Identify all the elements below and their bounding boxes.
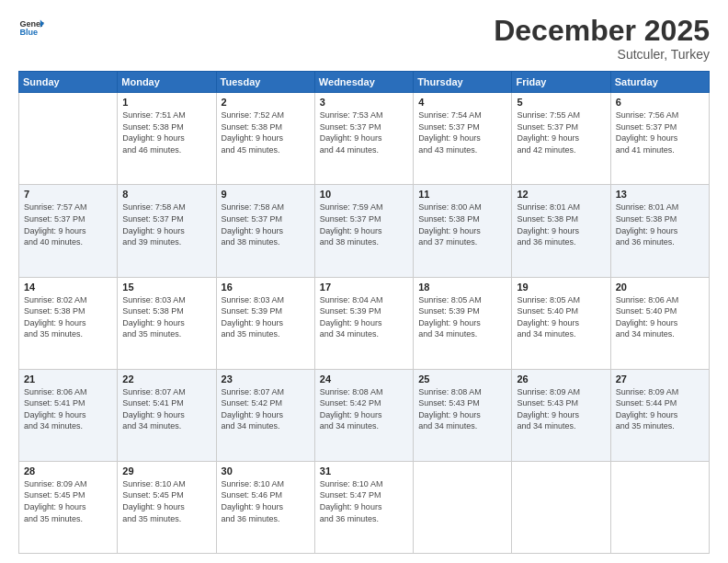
weekday-header-sunday: Sunday <box>19 72 118 93</box>
day-number: 3 <box>320 97 408 108</box>
day-cell: 18Sunrise: 8:05 AMSunset: 5:39 PMDayligh… <box>414 277 512 369</box>
day-info: Sunrise: 8:10 AMSunset: 5:46 PMDaylight:… <box>222 478 310 524</box>
header: General Blue December 2025 Sutculer, Tur… <box>18 15 710 62</box>
day-cell: 4Sunrise: 7:54 AMSunset: 5:37 PMDaylight… <box>414 93 512 185</box>
day-info: Sunrise: 8:08 AMSunset: 5:42 PMDaylight:… <box>320 386 408 432</box>
day-cell <box>19 93 118 185</box>
day-info: Sunrise: 7:58 AMSunset: 5:37 PMDaylight:… <box>222 201 310 247</box>
day-cell: 2Sunrise: 7:52 AMSunset: 5:38 PMDaylight… <box>216 93 314 185</box>
day-number: 7 <box>24 189 112 200</box>
day-number: 30 <box>222 465 310 477</box>
weekday-header-thursday: Thursday <box>414 72 512 93</box>
day-cell: 22Sunrise: 8:07 AMSunset: 5:41 PMDayligh… <box>118 369 216 461</box>
day-info: Sunrise: 8:09 AMSunset: 5:44 PMDaylight:… <box>616 386 704 432</box>
day-info: Sunrise: 8:09 AMSunset: 5:45 PMDaylight:… <box>24 478 112 524</box>
day-cell: 8Sunrise: 7:58 AMSunset: 5:37 PMDaylight… <box>118 185 216 277</box>
day-number: 23 <box>222 373 310 385</box>
day-number: 15 <box>122 282 210 293</box>
day-info: Sunrise: 7:57 AMSunset: 5:37 PMDaylight:… <box>24 201 112 247</box>
day-number: 8 <box>122 189 210 200</box>
day-info: Sunrise: 8:07 AMSunset: 5:42 PMDaylight:… <box>222 386 310 432</box>
day-cell <box>414 461 512 553</box>
day-cell: 25Sunrise: 8:08 AMSunset: 5:43 PMDayligh… <box>414 369 512 461</box>
day-cell: 5Sunrise: 7:55 AMSunset: 5:37 PMDaylight… <box>512 93 610 185</box>
day-cell: 1Sunrise: 7:51 AMSunset: 5:38 PMDaylight… <box>118 93 216 185</box>
day-number: 10 <box>320 189 408 200</box>
day-number: 4 <box>418 97 506 108</box>
day-number: 21 <box>24 373 112 385</box>
day-number: 24 <box>320 373 408 385</box>
day-cell: 14Sunrise: 8:02 AMSunset: 5:38 PMDayligh… <box>19 277 118 369</box>
week-row-4: 28Sunrise: 8:09 AMSunset: 5:45 PMDayligh… <box>19 461 710 553</box>
week-row-2: 14Sunrise: 8:02 AMSunset: 5:38 PMDayligh… <box>19 277 710 369</box>
day-number: 11 <box>418 189 506 200</box>
day-info: Sunrise: 8:03 AMSunset: 5:38 PMDaylight:… <box>122 294 210 340</box>
day-number: 20 <box>616 282 704 293</box>
day-number: 26 <box>517 373 605 385</box>
day-info: Sunrise: 7:59 AMSunset: 5:37 PMDaylight:… <box>320 201 408 247</box>
day-number: 2 <box>222 97 310 108</box>
weekday-header-row: SundayMondayTuesdayWednesdayThursdayFrid… <box>19 72 710 93</box>
day-cell <box>512 461 610 553</box>
weekday-header-monday: Monday <box>118 72 216 93</box>
day-cell: 29Sunrise: 8:10 AMSunset: 5:45 PMDayligh… <box>118 461 216 553</box>
month-title: December 2025 <box>494 15 710 47</box>
day-info: Sunrise: 8:05 AMSunset: 5:39 PMDaylight:… <box>418 294 506 340</box>
day-cell: 19Sunrise: 8:05 AMSunset: 5:40 PMDayligh… <box>512 277 610 369</box>
day-info: Sunrise: 8:03 AMSunset: 5:39 PMDaylight:… <box>222 294 310 340</box>
day-number: 5 <box>517 97 605 108</box>
day-number: 25 <box>418 373 506 385</box>
day-cell: 15Sunrise: 8:03 AMSunset: 5:38 PMDayligh… <box>118 277 216 369</box>
week-row-0: 1Sunrise: 7:51 AMSunset: 5:38 PMDaylight… <box>19 93 710 185</box>
day-info: Sunrise: 8:01 AMSunset: 5:38 PMDaylight:… <box>517 201 605 247</box>
day-info: Sunrise: 8:06 AMSunset: 5:40 PMDaylight:… <box>616 294 704 340</box>
day-number: 14 <box>24 282 112 293</box>
day-cell: 12Sunrise: 8:01 AMSunset: 5:38 PMDayligh… <box>512 185 610 277</box>
day-number: 31 <box>320 465 408 477</box>
day-number: 9 <box>222 189 310 200</box>
weekday-header-saturday: Saturday <box>610 72 709 93</box>
day-cell: 24Sunrise: 8:08 AMSunset: 5:42 PMDayligh… <box>314 369 413 461</box>
day-number: 28 <box>24 465 112 477</box>
day-cell: 30Sunrise: 8:10 AMSunset: 5:46 PMDayligh… <box>216 461 314 553</box>
day-info: Sunrise: 8:08 AMSunset: 5:43 PMDaylight:… <box>418 386 506 432</box>
day-cell <box>610 461 709 553</box>
weekday-header-wednesday: Wednesday <box>314 72 413 93</box>
day-cell: 23Sunrise: 8:07 AMSunset: 5:42 PMDayligh… <box>216 369 314 461</box>
day-info: Sunrise: 8:00 AMSunset: 5:38 PMDaylight:… <box>418 201 506 247</box>
day-info: Sunrise: 8:01 AMSunset: 5:38 PMDaylight:… <box>616 201 704 247</box>
week-row-1: 7Sunrise: 7:57 AMSunset: 5:37 PMDaylight… <box>19 185 710 277</box>
calendar-table: SundayMondayTuesdayWednesdayThursdayFrid… <box>18 71 710 554</box>
day-cell: 13Sunrise: 8:01 AMSunset: 5:38 PMDayligh… <box>610 185 709 277</box>
logo: General Blue <box>18 15 44 40</box>
title-block: December 2025 Sutculer, Turkey <box>494 15 710 62</box>
day-cell: 31Sunrise: 8:10 AMSunset: 5:47 PMDayligh… <box>314 461 413 553</box>
day-info: Sunrise: 8:02 AMSunset: 5:38 PMDaylight:… <box>24 294 112 340</box>
day-cell: 7Sunrise: 7:57 AMSunset: 5:37 PMDaylight… <box>19 185 118 277</box>
day-info: Sunrise: 8:04 AMSunset: 5:39 PMDaylight:… <box>320 294 408 340</box>
day-cell: 3Sunrise: 7:53 AMSunset: 5:37 PMDaylight… <box>314 93 413 185</box>
day-cell: 27Sunrise: 8:09 AMSunset: 5:44 PMDayligh… <box>610 369 709 461</box>
day-number: 18 <box>418 282 506 293</box>
day-cell: 21Sunrise: 8:06 AMSunset: 5:41 PMDayligh… <box>19 369 118 461</box>
day-cell: 26Sunrise: 8:09 AMSunset: 5:43 PMDayligh… <box>512 369 610 461</box>
day-cell: 6Sunrise: 7:56 AMSunset: 5:37 PMDaylight… <box>610 93 709 185</box>
day-cell: 11Sunrise: 8:00 AMSunset: 5:38 PMDayligh… <box>414 185 512 277</box>
svg-text:Blue: Blue <box>19 28 38 37</box>
day-number: 22 <box>122 373 210 385</box>
location-subtitle: Sutculer, Turkey <box>494 47 710 62</box>
day-number: 29 <box>122 465 210 477</box>
week-row-3: 21Sunrise: 8:06 AMSunset: 5:41 PMDayligh… <box>19 369 710 461</box>
day-info: Sunrise: 7:51 AMSunset: 5:38 PMDaylight:… <box>122 109 210 155</box>
day-info: Sunrise: 8:10 AMSunset: 5:47 PMDaylight:… <box>320 478 408 524</box>
day-number: 27 <box>616 373 704 385</box>
day-number: 6 <box>616 97 704 108</box>
day-cell: 28Sunrise: 8:09 AMSunset: 5:45 PMDayligh… <box>19 461 118 553</box>
day-cell: 16Sunrise: 8:03 AMSunset: 5:39 PMDayligh… <box>216 277 314 369</box>
day-cell: 9Sunrise: 7:58 AMSunset: 5:37 PMDaylight… <box>216 185 314 277</box>
day-info: Sunrise: 7:52 AMSunset: 5:38 PMDaylight:… <box>222 109 310 155</box>
day-number: 1 <box>122 97 210 108</box>
day-info: Sunrise: 8:06 AMSunset: 5:41 PMDaylight:… <box>24 386 112 432</box>
day-info: Sunrise: 8:10 AMSunset: 5:45 PMDaylight:… <box>122 478 210 524</box>
day-info: Sunrise: 7:55 AMSunset: 5:37 PMDaylight:… <box>517 109 605 155</box>
